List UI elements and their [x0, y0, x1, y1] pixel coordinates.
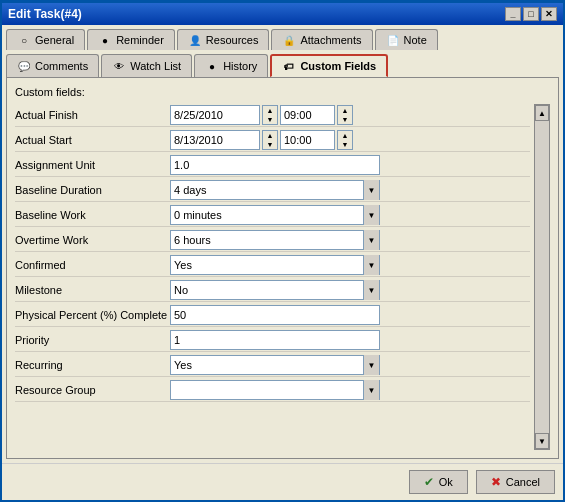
tab-note[interactable]: 📄 Note — [375, 29, 438, 50]
close-button[interactable]: ✕ — [541, 7, 557, 21]
resources-icon: 👤 — [188, 33, 202, 47]
fields-container: Actual Finish ▲ ▼ ▲ ▼ — [15, 104, 550, 450]
field-row-baseline-duration: Baseline Duration 4 days ▼ — [15, 179, 530, 202]
cancel-icon: ✖ — [491, 475, 501, 489]
note-icon: 📄 — [386, 33, 400, 47]
resource-group-select[interactable] — [170, 380, 380, 400]
label-recurring: Recurring — [15, 359, 170, 371]
actual-finish-date-spin[interactable]: ▲ ▼ — [262, 105, 278, 125]
actual-finish-time[interactable] — [280, 105, 335, 125]
tab-reminder[interactable]: ● Reminder — [87, 29, 175, 50]
label-actual-finish: Actual Finish — [15, 109, 170, 121]
spin-up-time[interactable]: ▲ — [338, 106, 352, 115]
bottom-bar: ✔ Ok ✖ Cancel — [2, 463, 563, 500]
overtime-work-select[interactable]: 6 hours — [170, 230, 380, 250]
spin-down[interactable]: ▼ — [263, 140, 277, 149]
physical-percent-input[interactable] — [170, 305, 380, 325]
field-row-overtime-work: Overtime Work 6 hours ▼ — [15, 229, 530, 252]
milestone-select[interactable]: No Yes — [170, 280, 380, 300]
scrollbar[interactable]: ▲ ▼ — [534, 104, 550, 450]
field-row-assignment-unit: Assignment Unit — [15, 154, 530, 177]
label-physical-percent: Physical Percent (%) Complete — [15, 309, 170, 321]
comments-icon: 💬 — [17, 59, 31, 73]
tab-general[interactable]: ○ General — [6, 29, 85, 50]
baseline-work-select[interactable]: 0 minutes — [170, 205, 380, 225]
resource-group-dropdown: ▼ — [170, 380, 380, 400]
overtime-work-dropdown: 6 hours ▼ — [170, 230, 380, 250]
label-assignment-unit: Assignment Unit — [15, 159, 170, 171]
tab-attachments[interactable]: 🔒 Attachments — [271, 29, 372, 50]
spin-up[interactable]: ▲ — [263, 106, 277, 115]
field-row-baseline-work: Baseline Work 0 minutes ▼ — [15, 204, 530, 227]
value-physical-percent — [170, 305, 530, 325]
label-confirmed: Confirmed — [15, 259, 170, 271]
main-window: Edit Task(#4) _ □ ✕ ○ General ● Reminder… — [0, 0, 565, 502]
milestone-dropdown: No Yes ▼ — [170, 280, 380, 300]
value-overtime-work: 6 hours ▼ — [170, 230, 530, 250]
value-actual-start: ▲ ▼ ▲ ▼ — [170, 130, 530, 150]
ok-button[interactable]: ✔ Ok — [409, 470, 468, 494]
spin-up[interactable]: ▲ — [263, 131, 277, 140]
ok-icon: ✔ — [424, 475, 434, 489]
confirmed-dropdown: Yes No ▼ — [170, 255, 380, 275]
baseline-work-dropdown: 0 minutes ▼ — [170, 205, 380, 225]
actual-start-date-spin[interactable]: ▲ ▼ — [262, 130, 278, 150]
label-baseline-duration: Baseline Duration — [15, 184, 170, 196]
priority-input[interactable] — [170, 330, 380, 350]
confirmed-select[interactable]: Yes No — [170, 255, 380, 275]
recurring-select[interactable]: Yes No — [170, 355, 380, 375]
cancel-button[interactable]: ✖ Cancel — [476, 470, 555, 494]
tab-resources[interactable]: 👤 Resources — [177, 29, 270, 50]
spin-down-time[interactable]: ▼ — [338, 115, 352, 124]
label-overtime-work: Overtime Work — [15, 234, 170, 246]
value-baseline-work: 0 minutes ▼ — [170, 205, 530, 225]
label-baseline-work: Baseline Work — [15, 209, 170, 221]
field-row-physical-percent: Physical Percent (%) Complete — [15, 304, 530, 327]
watchlist-icon: 👁 — [112, 59, 126, 73]
title-bar-buttons: _ □ ✕ — [505, 7, 557, 21]
scroll-up-button[interactable]: ▲ — [535, 105, 549, 121]
actual-finish-time-spin[interactable]: ▲ ▼ — [337, 105, 353, 125]
reminder-icon: ● — [98, 33, 112, 47]
recurring-dropdown: Yes No ▼ — [170, 355, 380, 375]
field-row-actual-finish: Actual Finish ▲ ▼ ▲ ▼ — [15, 104, 530, 127]
content-area: Custom fields: Actual Finish ▲ ▼ ▲ — [6, 77, 559, 459]
value-milestone: No Yes ▼ — [170, 280, 530, 300]
spin-down-time[interactable]: ▼ — [338, 140, 352, 149]
scroll-down-button[interactable]: ▼ — [535, 433, 549, 449]
actual-start-time[interactable] — [280, 130, 335, 150]
value-baseline-duration: 4 days ▼ — [170, 180, 530, 200]
value-actual-finish: ▲ ▼ ▲ ▼ — [170, 105, 530, 125]
field-row-resource-group: Resource Group ▼ — [15, 379, 530, 402]
general-icon: ○ — [17, 33, 31, 47]
maximize-button[interactable]: □ — [523, 7, 539, 21]
value-assignment-unit — [170, 155, 530, 175]
value-confirmed: Yes No ▼ — [170, 255, 530, 275]
minimize-button[interactable]: _ — [505, 7, 521, 21]
actual-start-time-spin[interactable]: ▲ ▼ — [337, 130, 353, 150]
actual-finish-date[interactable] — [170, 105, 260, 125]
value-resource-group: ▼ — [170, 380, 530, 400]
tab-history[interactable]: ● History — [194, 54, 268, 77]
attachments-icon: 🔒 — [282, 33, 296, 47]
baseline-duration-select[interactable]: 4 days — [170, 180, 380, 200]
label-milestone: Milestone — [15, 284, 170, 296]
value-priority — [170, 330, 530, 350]
tab-watchlist[interactable]: 👁 Watch List — [101, 54, 192, 77]
tab-row-1: ○ General ● Reminder 👤 Resources 🔒 Attac… — [2, 25, 563, 50]
label-resource-group: Resource Group — [15, 384, 170, 396]
spin-down[interactable]: ▼ — [263, 115, 277, 124]
field-row-milestone: Milestone No Yes ▼ — [15, 279, 530, 302]
actual-start-date[interactable] — [170, 130, 260, 150]
assignment-unit-input[interactable] — [170, 155, 380, 175]
baseline-duration-dropdown: 4 days ▼ — [170, 180, 380, 200]
tab-comments[interactable]: 💬 Comments — [6, 54, 99, 77]
tab-row-2: 💬 Comments 👁 Watch List ● History 🏷 Cust… — [2, 50, 563, 77]
window-title: Edit Task(#4) — [8, 7, 82, 21]
field-row-confirmed: Confirmed Yes No ▼ — [15, 254, 530, 277]
field-row-priority: Priority — [15, 329, 530, 352]
section-label: Custom fields: — [15, 86, 550, 98]
tab-customfields[interactable]: 🏷 Custom Fields — [270, 54, 388, 77]
fields-list: Actual Finish ▲ ▼ ▲ ▼ — [15, 104, 530, 450]
spin-up-time[interactable]: ▲ — [338, 131, 352, 140]
